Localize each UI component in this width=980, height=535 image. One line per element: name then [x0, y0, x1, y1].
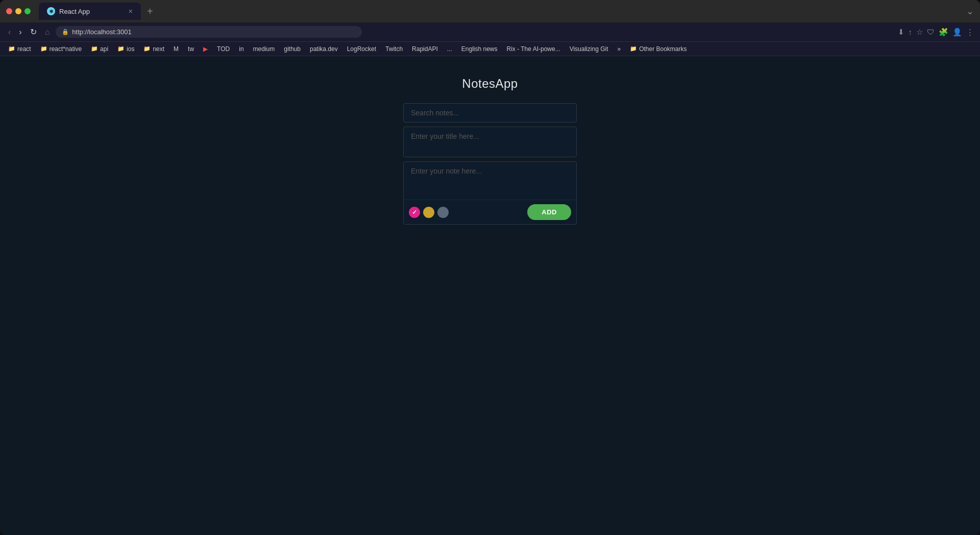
bookmark-icon[interactable]: ☆: [916, 28, 923, 37]
new-tab-button[interactable]: +: [143, 6, 157, 17]
folder-icon: 📁: [91, 45, 98, 52]
forward-button[interactable]: ›: [17, 26, 23, 39]
bookmark-twitch[interactable]: Twitch: [381, 44, 407, 54]
bookmark-english-news[interactable]: English news: [457, 44, 502, 54]
nav-bar: ‹ › ↻ ⌂ 🔒 http://localhost:3001 ⬇ ↑ ☆ 🛡 …: [0, 22, 980, 42]
bookmark-visualizing-git[interactable]: Visualizing Git: [566, 44, 612, 54]
address-bar[interactable]: 🔒 http://localhost:3001: [56, 26, 362, 38]
color-pink-button[interactable]: [409, 207, 420, 218]
bookmark-tod[interactable]: TOD: [213, 44, 234, 54]
address-text: http://localhost:3001: [72, 28, 131, 36]
bookmark-more[interactable]: »: [613, 44, 625, 54]
bookmark-tw[interactable]: tw: [184, 44, 198, 54]
bookmark-ellipsis[interactable]: ...: [443, 44, 456, 54]
back-button[interactable]: ‹: [6, 26, 13, 39]
menu-icon[interactable]: ⋮: [966, 28, 974, 37]
tab-title: React App: [59, 8, 90, 15]
tab-bar: ⚛ React App × +: [39, 3, 962, 20]
bookmark-ios[interactable]: 📁 ios: [113, 44, 138, 54]
bookmark-rix[interactable]: Rix - The AI-powe...: [503, 44, 565, 54]
bookmark-medium[interactable]: medium: [249, 44, 279, 54]
extensions-icon[interactable]: 🧩: [939, 28, 948, 37]
note-form: ADD: [403, 161, 577, 225]
window-collapse-button[interactable]: ⌄: [966, 6, 974, 17]
shield-icon[interactable]: 🛡: [927, 28, 935, 36]
browser-window: ⚛ React App × + ⌄ ‹ › ↻ ⌂ 🔒 http://local…: [0, 0, 980, 535]
folder-icon: 📁: [8, 45, 15, 52]
profile-icon[interactable]: 👤: [952, 28, 962, 37]
search-input[interactable]: [403, 103, 577, 123]
folder-icon: 📁: [117, 45, 125, 52]
title-input[interactable]: [403, 127, 577, 157]
close-window-button[interactable]: [6, 8, 12, 14]
bookmark-patika[interactable]: patika.dev: [306, 44, 342, 54]
note-input[interactable]: [404, 162, 576, 198]
bookmark-logrocket[interactable]: LogRocket: [343, 44, 380, 54]
note-footer: ADD: [404, 200, 576, 224]
bookmark-youtube[interactable]: ▶: [199, 44, 212, 54]
bookmark-linkedin[interactable]: in: [235, 44, 248, 54]
notes-container: ADD: [403, 103, 577, 225]
bookmark-other[interactable]: 📁 Other Bookmarks: [626, 44, 691, 54]
app-title: NotesApp: [462, 77, 518, 91]
maximize-window-button[interactable]: [24, 8, 31, 14]
folder-icon: 📁: [143, 45, 151, 52]
bookmark-react[interactable]: 📁 react: [4, 44, 35, 54]
traffic-lights: [6, 8, 31, 14]
minimize-window-button[interactable]: [15, 8, 21, 14]
tab-close-button[interactable]: ×: [129, 7, 133, 15]
refresh-button[interactable]: ↻: [28, 25, 39, 39]
bookmarks-bar: 📁 react 📁 react*native 📁 api 📁 ios 📁 nex…: [0, 42, 980, 56]
download-icon[interactable]: ⬇: [898, 28, 904, 37]
bookmark-rapidapi[interactable]: RapidAPI: [408, 44, 442, 54]
folder-icon: 📁: [40, 45, 47, 52]
color-gray-button[interactable]: [437, 207, 449, 218]
home-button[interactable]: ⌂: [43, 26, 52, 39]
bookmark-api[interactable]: 📁 api: [87, 44, 112, 54]
content-area: NotesApp ADD: [0, 56, 980, 535]
bookmark-react-native[interactable]: 📁 react*native: [36, 44, 86, 54]
title-bar: ⚛ React App × + ⌄: [0, 0, 980, 22]
bookmark-next[interactable]: 📁 next: [139, 44, 168, 54]
share-icon[interactable]: ↑: [909, 28, 913, 36]
lock-icon: 🔒: [62, 29, 69, 35]
bookmark-github[interactable]: github: [280, 44, 305, 54]
color-yellow-button[interactable]: [423, 207, 434, 218]
add-note-button[interactable]: ADD: [527, 204, 571, 220]
folder-icon: 📁: [630, 45, 637, 52]
active-tab[interactable]: ⚛ React App ×: [39, 3, 141, 20]
tab-favicon-icon: ⚛: [47, 7, 55, 15]
color-options: [409, 207, 449, 218]
nav-right-controls: ⬇ ↑ ☆ 🛡 🧩 👤 ⋮: [898, 28, 974, 37]
bookmark-gmail[interactable]: M: [169, 44, 183, 54]
